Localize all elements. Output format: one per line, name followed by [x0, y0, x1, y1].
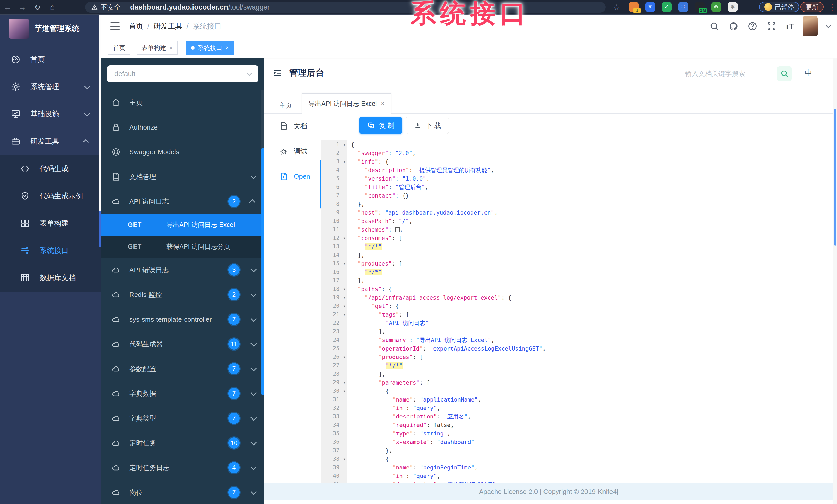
- line-number[interactable]: 37: [321, 446, 347, 455]
- line-number[interactable]: 6: [321, 183, 347, 191]
- k4-nav-2[interactable]: Swagger Models: [101, 139, 264, 164]
- line-number[interactable]: 15▾: [321, 259, 347, 268]
- browser-home-icon[interactable]: ⌂: [45, 3, 60, 12]
- line-number[interactable]: 16: [321, 268, 347, 276]
- fold-arrow-icon[interactable]: ▾: [343, 141, 345, 149]
- sidebar-subitem-3[interactable]: 系统接口: [0, 237, 101, 264]
- line-number[interactable]: 32: [321, 404, 347, 412]
- fold-arrow-icon[interactable]: ▾: [343, 353, 345, 361]
- line-number[interactable]: 18▾: [321, 285, 347, 293]
- doc-search-field[interactable]: [684, 64, 775, 82]
- ext-drop-icon[interactable]: ▼: [645, 2, 655, 12]
- ext-gm-icon[interactable]: GM: [695, 2, 705, 12]
- mini-nav-文档[interactable]: 文档: [264, 113, 321, 138]
- line-number[interactable]: 8: [321, 200, 347, 208]
- ext-orange-icon[interactable]: 1: [629, 2, 639, 12]
- k4-controller-1[interactable]: Redis 监控2: [101, 282, 264, 307]
- line-number[interactable]: 41: [321, 480, 347, 483]
- k4-controller-9[interactable]: 岗位7: [101, 480, 264, 504]
- line-number[interactable]: 36: [321, 438, 347, 446]
- paused-extension-badge[interactable]: 已暂停: [759, 2, 799, 12]
- k4-controller-0[interactable]: API 错误日志3: [101, 258, 264, 282]
- fold-arrow-icon[interactable]: ▾: [343, 378, 345, 387]
- page-scrollbar-thumb[interactable]: [834, 109, 836, 246]
- ext-blue-grid-icon[interactable]: ∷: [678, 2, 688, 12]
- line-number[interactable]: 38▾: [321, 455, 347, 463]
- font-size-icon[interactable]: тT: [785, 22, 794, 31]
- bookmark-star-icon[interactable]: ☆: [613, 3, 620, 12]
- sidebar-subitem-2[interactable]: 表单构建: [0, 210, 101, 237]
- tag-2[interactable]: 系统接口×: [186, 41, 234, 55]
- user-avatar[interactable]: [803, 16, 818, 36]
- page-scrollbar[interactable]: [833, 58, 837, 504]
- mini-nav-调试[interactable]: 调试: [264, 138, 321, 164]
- line-number[interactable]: 12▾: [321, 234, 347, 242]
- fold-arrow-icon[interactable]: ▾: [343, 302, 345, 310]
- sidebar-item-home[interactable]: 首页: [0, 46, 101, 73]
- ext-alien-icon[interactable]: ☘: [711, 2, 721, 12]
- sidebar-subitem-0[interactable]: 代码生成: [0, 155, 101, 182]
- knife4j-scrollbar-thumb[interactable]: [261, 148, 264, 395]
- hamburger-icon[interactable]: [110, 22, 120, 30]
- line-number[interactable]: 1▾: [321, 141, 347, 149]
- line-number[interactable]: 40: [321, 472, 347, 480]
- line-number[interactable]: 10: [321, 217, 347, 225]
- ext-green-check-icon[interactable]: ✓: [662, 2, 672, 12]
- line-number[interactable]: 24: [321, 336, 347, 344]
- line-number[interactable]: 28: [321, 370, 347, 378]
- fold-arrow-icon[interactable]: ▾: [343, 259, 345, 268]
- close-icon[interactable]: ×: [381, 100, 384, 107]
- code-editor[interactable]: 1▾{2"swagger": "2.0",3▾"info": {4"descri…: [321, 141, 833, 483]
- sidebar-subitem-4[interactable]: 数据库文档: [0, 264, 101, 292]
- doc-search-button[interactable]: [777, 67, 791, 81]
- ext-puzzle-icon[interactable]: ✱: [728, 2, 737, 12]
- line-number[interactable]: 33: [321, 412, 347, 421]
- avatar-caret-down-icon[interactable]: [826, 22, 831, 28]
- k4-controller-8[interactable]: 定时任务日志4: [101, 455, 264, 480]
- operation-1[interactable]: GET获得API 访问日志分页: [101, 236, 264, 258]
- line-number[interactable]: 34: [321, 421, 347, 429]
- line-number[interactable]: 25: [321, 344, 347, 353]
- github-icon[interactable]: [728, 21, 738, 32]
- breadcrumb-home[interactable]: 首页: [129, 21, 143, 31]
- line-number[interactable]: 20▾: [321, 302, 347, 310]
- operation-0[interactable]: GET导出API 访问日志 Excel: [101, 214, 264, 236]
- line-number[interactable]: 35: [321, 429, 347, 438]
- fold-arrow-icon[interactable]: ▾: [343, 387, 345, 395]
- line-number[interactable]: 22: [321, 319, 347, 327]
- k4-controller-3[interactable]: 代码生成器11: [101, 332, 264, 356]
- k4-controller-2[interactable]: sys-sms-template-controller7: [101, 307, 264, 332]
- browser-update-button[interactable]: 更新: [800, 2, 824, 12]
- k4-controller-7[interactable]: 定时任务10: [101, 431, 264, 455]
- fold-arrow-icon[interactable]: ▾: [343, 310, 345, 319]
- line-number[interactable]: 31: [321, 395, 347, 404]
- search-icon[interactable]: [709, 21, 719, 32]
- sidebar-item-infra[interactable]: 基础设施: [0, 100, 101, 128]
- line-number[interactable]: 9: [321, 208, 347, 217]
- tag-1[interactable]: 表单构建×: [137, 41, 178, 55]
- k4-controller-4[interactable]: 参数配置7: [101, 356, 264, 381]
- browser-back-icon[interactable]: ←: [0, 3, 15, 12]
- doc-search-input[interactable]: [684, 64, 776, 83]
- fold-arrow-icon[interactable]: ▾: [343, 285, 345, 293]
- fold-arrow-icon[interactable]: ▾: [343, 455, 345, 463]
- line-number[interactable]: 27: [321, 361, 347, 370]
- line-number[interactable]: 17: [321, 276, 347, 285]
- collapse-menu-icon[interactable]: [272, 68, 282, 78]
- help-icon[interactable]: [747, 21, 758, 32]
- line-number[interactable]: 39: [321, 463, 347, 472]
- k4-nav-0[interactable]: 主页: [101, 90, 264, 115]
- fullscreen-icon[interactable]: [766, 21, 777, 32]
- fold-arrow-icon[interactable]: ▾: [343, 293, 345, 302]
- sidebar-scrollbar-thumb[interactable]: [99, 211, 101, 247]
- line-number[interactable]: 14: [321, 251, 347, 259]
- line-number[interactable]: 13: [321, 242, 347, 251]
- download-button[interactable]: 下 载: [406, 117, 449, 134]
- close-icon[interactable]: ×: [169, 44, 173, 51]
- breadcrumb-tools[interactable]: 研发工具: [154, 21, 182, 31]
- close-icon[interactable]: ×: [226, 44, 229, 51]
- fold-arrow-icon[interactable]: ▾: [343, 234, 345, 242]
- tag-0[interactable]: 首页: [108, 41, 130, 55]
- app-logo[interactable]: 芋道管理系统: [0, 14, 101, 42]
- sidebar-item-devtools[interactable]: 研发工具: [0, 128, 101, 155]
